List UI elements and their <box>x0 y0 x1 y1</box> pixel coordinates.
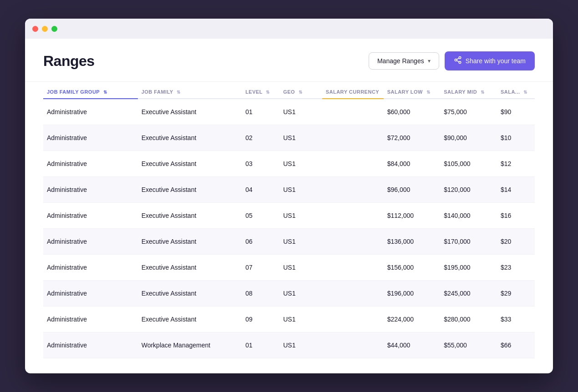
cell-salaryMid: $120,000 <box>440 177 497 203</box>
table-row: AdministrativeExecutive Assistant06US1$1… <box>43 229 535 255</box>
cell-salaryMid: $170,000 <box>440 229 497 255</box>
cell-geo: US1 <box>279 99 322 125</box>
cell-geo: US1 <box>279 307 322 332</box>
cell-geo: US1 <box>279 229 322 255</box>
cell-level: 06 <box>242 229 279 255</box>
col-header-job-family[interactable]: JOB FAMILY ⇅ <box>138 82 242 99</box>
cell-level: 09 <box>242 307 279 332</box>
cell-salaryCurrency <box>322 177 384 203</box>
cell-geo: US1 <box>279 125 322 151</box>
col-header-salary-mid[interactable]: SALARY MID ⇅ <box>440 82 497 99</box>
cell-jobFamily: Workplace Management <box>138 332 242 358</box>
table-row: AdministrativeExecutive Assistant08US1$1… <box>43 281 535 307</box>
cell-jobFamilyGroup: Administrative <box>43 125 138 151</box>
cell-salaryHigh: $90 <box>497 99 535 125</box>
cell-salaryCurrency <box>322 307 384 332</box>
cell-jobFamilyGroup: Administrative <box>43 332 138 358</box>
cell-salaryHigh: $23 <box>497 255 535 281</box>
cell-salaryCurrency <box>322 125 384 151</box>
cell-geo: US1 <box>279 151 322 177</box>
cell-salaryHigh: $66 <box>497 332 535 358</box>
header-actions: Manage Ranges ▾ Share with your team <box>369 51 535 70</box>
sort-icon-salary-mid: ⇅ <box>481 90 485 95</box>
cell-level: 01 <box>242 99 279 125</box>
cell-salaryCurrency <box>322 151 384 177</box>
cell-salaryLow: $224,000 <box>384 307 441 332</box>
sort-icon-salary-high: ⇅ <box>523 90 527 95</box>
cell-jobFamily: Executive Assistant <box>138 255 242 281</box>
maximize-button[interactable] <box>51 26 57 32</box>
cell-salaryLow: $112,000 <box>384 203 441 229</box>
app-window: Ranges Manage Ranges ▾ <box>25 19 553 373</box>
share-icon <box>454 56 462 66</box>
cell-salaryMid: $280,000 <box>440 307 497 332</box>
cell-salaryMid: $75,000 <box>440 99 497 125</box>
table-row: AdministrativeExecutive Assistant05US1$1… <box>43 203 535 229</box>
col-header-salary-low[interactable]: SALARY LOW ⇅ <box>384 82 441 99</box>
cell-level: 05 <box>242 203 279 229</box>
cell-salaryCurrency <box>322 332 384 358</box>
table-row: AdministrativeExecutive Assistant07US1$1… <box>43 255 535 281</box>
cell-salaryLow: $84,000 <box>384 151 441 177</box>
cell-salaryLow: $136,000 <box>384 229 441 255</box>
cell-jobFamilyGroup: Administrative <box>43 151 138 177</box>
chevron-down-icon: ▾ <box>428 58 431 64</box>
cell-jobFamilyGroup: Administrative <box>43 99 138 125</box>
cell-salaryMid: $55,000 <box>440 332 497 358</box>
cell-level: 01 <box>242 332 279 358</box>
table-row: AdministrativeWorkplace Management01US1$… <box>43 332 535 358</box>
cell-salaryLow: $60,000 <box>384 99 441 125</box>
titlebar <box>25 19 553 39</box>
cell-jobFamily: Executive Assistant <box>138 99 242 125</box>
sort-icon-salary-low: ⇅ <box>426 90 431 95</box>
cell-geo: US1 <box>279 332 322 358</box>
table-container: JOB FAMILY GROUP ⇅ JOB FAMILY ⇅ LEVEL ⇅ <box>25 82 553 358</box>
cell-salaryMid: $90,000 <box>440 125 497 151</box>
col-header-geo[interactable]: GEO ⇅ <box>279 82 322 99</box>
cell-salaryHigh: $14 <box>497 177 535 203</box>
cell-geo: US1 <box>279 177 322 203</box>
manage-ranges-label: Manage Ranges <box>377 57 424 65</box>
cell-salaryLow: $196,000 <box>384 281 441 307</box>
cell-geo: US1 <box>279 203 322 229</box>
cell-salaryCurrency <box>322 203 384 229</box>
table-row: AdministrativeExecutive Assistant02US1$7… <box>43 125 535 151</box>
sort-icon-job-family: ⇅ <box>177 90 181 95</box>
table-row: AdministrativeExecutive Assistant09US1$2… <box>43 307 535 332</box>
cell-salaryCurrency <box>322 281 384 307</box>
manage-ranges-button[interactable]: Manage Ranges ▾ <box>369 52 439 70</box>
share-button[interactable]: Share with your team <box>445 51 535 70</box>
cell-salaryLow: $96,000 <box>384 177 441 203</box>
col-header-salary-high[interactable]: SALA... ⇅ <box>497 82 535 99</box>
cell-salaryLow: $72,000 <box>384 125 441 151</box>
cell-salaryHigh: $12 <box>497 151 535 177</box>
cell-jobFamily: Executive Assistant <box>138 177 242 203</box>
minimize-button[interactable] <box>42 26 48 32</box>
cell-salaryMid: $245,000 <box>440 281 497 307</box>
cell-salaryHigh: $20 <box>497 229 535 255</box>
col-header-job-family-group[interactable]: JOB FAMILY GROUP ⇅ <box>43 82 138 99</box>
page-title: Ranges <box>43 53 95 70</box>
cell-salaryHigh: $29 <box>497 281 535 307</box>
col-header-level[interactable]: LEVEL ⇅ <box>242 82 279 99</box>
share-label: Share with your team <box>466 57 526 65</box>
cell-jobFamily: Executive Assistant <box>138 151 242 177</box>
cell-salaryCurrency <box>322 255 384 281</box>
col-header-salary-currency[interactable]: SALARY CURRENCY <box>322 82 384 99</box>
cell-jobFamilyGroup: Administrative <box>43 177 138 203</box>
cell-salaryLow: $44,000 <box>384 332 441 358</box>
page-header: Ranges Manage Ranges ▾ <box>25 39 553 82</box>
close-button[interactable] <box>32 26 38 32</box>
cell-salaryCurrency <box>322 99 384 125</box>
main-content: Ranges Manage Ranges ▾ <box>25 39 553 358</box>
cell-jobFamilyGroup: Administrative <box>43 229 138 255</box>
cell-level: 07 <box>242 255 279 281</box>
cell-jobFamily: Executive Assistant <box>138 307 242 332</box>
sort-icon-level: ⇅ <box>266 90 270 95</box>
cell-salaryHigh: $10 <box>497 125 535 151</box>
cell-jobFamily: Executive Assistant <box>138 229 242 255</box>
cell-salaryMid: $105,000 <box>440 151 497 177</box>
table-header-row: JOB FAMILY GROUP ⇅ JOB FAMILY ⇅ LEVEL ⇅ <box>43 82 535 99</box>
sort-icon-geo: ⇅ <box>299 90 303 95</box>
svg-line-4 <box>456 58 459 60</box>
